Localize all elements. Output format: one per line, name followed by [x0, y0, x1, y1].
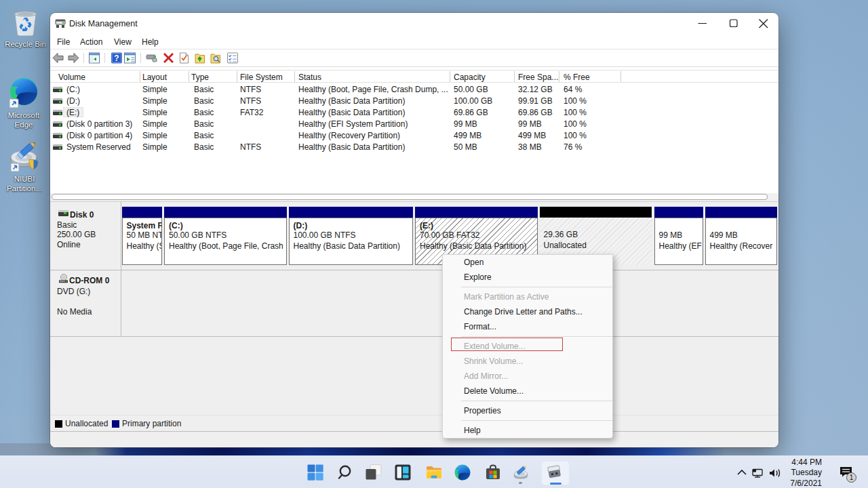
svg-text:?: ? — [114, 54, 119, 63]
